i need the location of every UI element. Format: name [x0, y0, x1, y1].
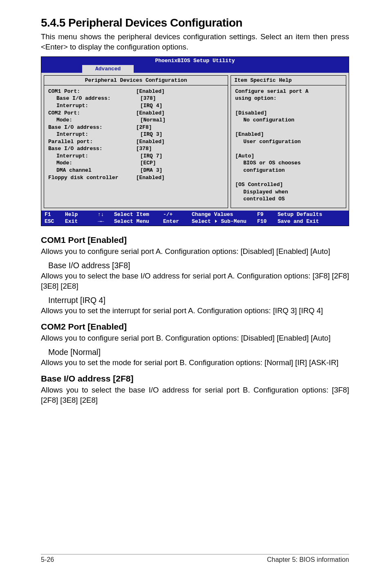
bios-help-line: controlled OS	[235, 195, 342, 203]
bios-help-line: Displayed when	[235, 189, 342, 196]
arrows-leftright-icon: →←	[98, 218, 114, 225]
key-plusminus: -/+	[163, 211, 192, 218]
bios-setting-row[interactable]: Mode:[Normal]	[48, 117, 224, 124]
bios-setting-value: [IRQ 3]	[140, 131, 224, 138]
bios-help-line	[235, 145, 342, 153]
bios-help-line: [Auto]	[235, 153, 342, 160]
bios-setting-label: Interrupt:	[48, 102, 140, 110]
bios-help-line	[235, 174, 342, 182]
bios-setting-row[interactable]: Interrupt:[IRQ 4]	[48, 102, 224, 110]
lbl-select-submenu: Select Sub-Menu	[192, 218, 257, 225]
bios-setting-value: [DMA 3]	[140, 167, 224, 174]
bios-help-line: BIOS or OS chooses	[235, 159, 342, 167]
lbl-select-menu: Select Menu	[114, 218, 163, 225]
bios-tabbar: Advanced	[41, 65, 349, 73]
arrows-updown-icon: ↑↓	[98, 211, 114, 218]
bios-header: PhoenixBIOS Setup Utility	[41, 57, 349, 65]
para-com2: Allows you to configure serial port B. C…	[41, 333, 349, 343]
para-baseio-a: Allows you to select the base I/O addres…	[41, 271, 349, 292]
bios-setting-row[interactable]: DMA channel[DMA 3]	[48, 167, 224, 174]
bios-setting-row[interactable]: Parallel port:[Enabled]	[48, 138, 224, 146]
bios-setting-label: Mode:	[48, 117, 140, 124]
para-baseio-b: Allows you to select the base I/O addres…	[41, 385, 349, 406]
heading-baseio-b: Base I/O address [2F8]	[41, 374, 349, 384]
subheading-baseio-a: Base I/O address [3F8]	[48, 261, 349, 270]
key-f10: F10	[257, 218, 278, 225]
bios-setting-label: Mode:	[48, 159, 140, 167]
bios-footer: F1 Help ↑↓ Select Item -/+ Change Values…	[41, 211, 349, 226]
bios-setting-row[interactable]: Interrupt:[IRQ 3]	[48, 131, 224, 138]
bios-setting-label: DMA channel	[48, 167, 140, 174]
bios-help-line: [Enabled]	[235, 131, 342, 138]
bios-setting-label: Base I/O address:	[48, 124, 136, 131]
bios-help-line: User configuration	[235, 138, 342, 146]
lbl-change-values: Change Values	[192, 211, 257, 218]
bios-setting-row[interactable]: Floppy disk controller[Enabled]	[48, 174, 224, 182]
bios-help-header: Item Specific Help	[231, 76, 346, 85]
bios-setting-value: [Enabled]	[136, 88, 224, 95]
key-esc: ESC	[45, 218, 65, 225]
triangle-right-icon	[215, 220, 217, 223]
bios-setting-value: [Enabled]	[136, 110, 224, 117]
bios-setting-label: COM2 Port:	[48, 110, 136, 117]
lbl-setup-defaults: Setup Defaults	[278, 211, 345, 218]
para-mode: Allows you to set the mode for serial po…	[41, 358, 349, 368]
key-f1: F1	[45, 211, 65, 218]
bios-setting-label: Interrupt:	[48, 131, 140, 138]
bios-help-line: No configuration	[235, 117, 342, 124]
bios-tab-advanced[interactable]: Advanced	[82, 65, 134, 73]
bios-screenshot: PhoenixBIOS Setup Utility Advanced Perip…	[41, 56, 349, 227]
lbl-save-exit: Save and Exit	[278, 218, 345, 225]
bios-setting-value: [ECP]	[140, 159, 224, 167]
bios-help-line: using option:	[235, 95, 342, 102]
intro-text: This menu shows the peripheral devices c…	[41, 32, 349, 52]
bios-setting-label: Base I/O address:	[48, 145, 136, 153]
bios-setting-row[interactable]: COM1 Port:[Enabled]	[48, 88, 224, 95]
bios-setting-row[interactable]: Base I/O address:[378]	[48, 95, 224, 102]
bios-setting-row[interactable]: Mode:[ECP]	[48, 159, 224, 167]
bios-setting-value: [378]	[140, 95, 224, 102]
bios-help-line: [OS Controlled]	[235, 181, 342, 189]
lbl-exit: Exit	[65, 218, 98, 225]
key-enter: Enter	[163, 218, 192, 225]
bios-setting-value: [IRQ 4]	[140, 102, 224, 110]
bios-setting-label: COM1 Port:	[48, 88, 136, 95]
bios-setting-label: Floppy disk controller	[48, 174, 136, 182]
subheading-mode: Mode [Normal]	[48, 348, 349, 357]
bios-help-line	[235, 102, 342, 110]
bios-setting-row[interactable]: Interrupt:[IRQ 7]	[48, 153, 224, 160]
bios-setting-row[interactable]: Base I/O address:[378]	[48, 145, 224, 153]
bios-setting-value: [IRQ 7]	[140, 153, 224, 160]
heading-com1: COM1 Port [Enabled]	[41, 235, 349, 245]
lbl-help: Help	[65, 211, 98, 218]
bios-help-line: Configure serial port A	[235, 88, 342, 95]
subheading-interrupt-a: Interrupt [IRQ 4]	[48, 296, 349, 305]
bios-setting-row[interactable]: COM2 Port:[Enabled]	[48, 110, 224, 117]
para-interrupt-a: Allows you to set the interrupt for seri…	[41, 306, 349, 316]
bios-setting-value: [2F8]	[136, 124, 224, 131]
bios-setting-label: Base I/O address:	[48, 95, 140, 102]
lbl-select-item: Select Item	[114, 211, 163, 218]
page-title: 5.4.5 Peripheral Devices Configuration	[41, 16, 349, 29]
bios-setting-value: [378]	[136, 145, 224, 153]
bios-setting-value: [Normal]	[140, 117, 224, 124]
bios-setting-value: [Enabled]	[136, 138, 224, 146]
bios-setting-row[interactable]: Base I/O address:[2F8]	[48, 124, 224, 131]
bios-help-line: [Disabled]	[235, 110, 342, 117]
bios-help-line	[235, 124, 342, 131]
bios-left-header: Peripheral Devices Configuration	[44, 76, 228, 85]
bios-left-panel: Peripheral Devices Configuration COM1 Po…	[44, 75, 228, 208]
page-footer: 5-26 Chapter 5: BIOS information	[41, 554, 349, 563]
key-f9: F9	[257, 211, 278, 218]
heading-com2: COM2 Port [Enabled]	[41, 322, 349, 332]
bios-setting-label: Interrupt:	[48, 153, 140, 160]
chapter-label: Chapter 5: BIOS information	[267, 556, 349, 563]
bios-setting-label: Parallel port:	[48, 138, 136, 146]
bios-help-line: configuration	[235, 167, 342, 174]
bios-help-panel: Item Specific Help Configure serial port…	[231, 75, 346, 208]
para-com1: Allows you to configure serial port A. C…	[41, 247, 349, 257]
bios-setting-value: [Enabled]	[136, 174, 224, 182]
page-number: 5-26	[41, 556, 54, 563]
